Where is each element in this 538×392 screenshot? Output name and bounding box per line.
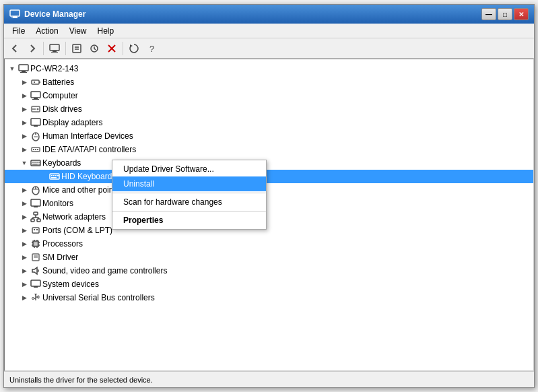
title-bar-buttons: — □ ✕ [481,8,529,20]
usb-toggle[interactable]: ▶ [20,293,29,302]
tree-item-batteries[interactable]: ▶ Batteries [5,75,533,89]
svg-rect-38 [34,162,36,163]
hid-label: Human Interface Devices [42,131,133,141]
tree-item-disk-drives[interactable]: ▶ Disk drives [5,102,533,116]
close-button[interactable]: ✕ [514,8,529,20]
svg-rect-45 [53,175,55,176]
svg-rect-3 [50,44,59,51]
svg-rect-55 [31,219,34,222]
tree-item-mice[interactable]: ▶ Mice and other pointing devices [5,183,533,197]
context-menu-uninstall[interactable]: Uninstall [112,176,266,191]
usb-label: Universal Serial Bus controllers [42,293,155,302]
title-bar-icon [9,9,20,20]
toolbar-help-button[interactable]: ? [143,40,160,57]
tree-item-ports[interactable]: ▶ Ports (COM & LPT) [5,224,533,237]
svg-rect-52 [31,199,40,206]
display-label: Display adapters [42,118,102,127]
device-tree[interactable]: ▼ PC-WR2-143 ▶ Batteries ▶ Co [4,59,534,371]
sm-label: SM Driver [42,253,78,262]
context-menu-separator [112,193,266,193]
svg-rect-14 [19,65,28,71]
network-toggle[interactable]: ▶ [20,212,29,222]
computer-toggle[interactable]: ▶ [20,91,29,100]
menu-view[interactable]: View [64,25,92,37]
usb-icon [30,292,41,303]
svg-rect-5 [51,52,58,53]
display-toggle[interactable]: ▶ [20,118,29,127]
tree-item-sm-driver[interactable]: ▶ SM Driver [5,251,533,264]
context-menu-scan-hardware[interactable]: Scan for hardware changes [112,195,266,209]
mice-toggle[interactable]: ▶ [20,185,29,195]
svg-rect-65 [34,242,38,246]
tree-item-display[interactable]: ▶ Display adapters [5,116,533,129]
sm-toggle[interactable]: ▶ [20,253,29,262]
network-label: Network adapters [42,212,106,222]
tree-item-processors[interactable]: ▶ Processors [5,237,533,251]
svg-rect-2 [11,18,18,18]
svg-rect-36 [31,160,40,166]
minimize-button[interactable]: — [481,8,496,20]
tree-item-sound[interactable]: ▶ Sound, video and game controllers [5,264,533,277]
context-menu-update-driver[interactable]: Update Driver Software... [112,162,266,176]
ports-icon [30,225,41,236]
processors-toggle[interactable]: ▶ [20,239,29,249]
tree-item-network[interactable]: ▶ Network adapters [5,210,533,224]
sound-toggle[interactable]: ▶ [20,266,29,275]
hid-toggle[interactable]: ▶ [20,131,29,141]
tree-item-keyboards[interactable]: ▼ Keyboards [5,156,533,170]
monitors-label: Monitors [42,199,73,208]
batteries-icon [30,77,41,88]
ports-toggle[interactable]: ▶ [20,226,29,235]
tree-item-system[interactable]: ▶ System devices [5,277,533,291]
svg-rect-42 [38,164,40,165]
toolbar-update-button[interactable] [86,40,102,57]
network-icon [30,211,41,222]
toolbar-uninstall-button[interactable] [104,40,120,57]
toolbar-back-button[interactable] [7,40,23,57]
context-menu-properties[interactable]: Properties [112,213,266,228]
menu-action[interactable]: Action [30,25,63,37]
context-menu: Update Driver Software... Uninstall Scan… [112,160,267,230]
svg-rect-56 [37,219,40,222]
disk-label: Disk drives [42,104,82,114]
svg-rect-15 [22,71,26,72]
toolbar-sep-2 [65,42,66,55]
svg-rect-62 [34,229,35,230]
system-label: System devices [42,280,99,289]
monitors-toggle[interactable]: ▶ [20,199,29,208]
toolbar-scan-button[interactable] [126,40,142,57]
tree-item-monitors[interactable]: ▶ Monitors [5,197,533,210]
system-toggle[interactable]: ▶ [20,280,29,289]
svg-rect-23 [32,99,39,100]
toolbar-properties-button[interactable] [69,40,85,57]
svg-rect-21 [31,92,40,98]
tree-root[interactable]: ▼ PC-WR2-143 [5,62,533,75]
ide-toggle[interactable]: ▶ [20,145,29,154]
ide-label: IDE ATA/ATAPI controllers [42,145,136,154]
svg-rect-43 [50,174,59,179]
svg-rect-28 [34,125,38,127]
context-menu-separator-2 [112,211,266,211]
svg-rect-53 [34,206,38,207]
maximize-button[interactable]: □ [498,8,512,20]
disk-toggle[interactable]: ▶ [20,104,29,114]
toolbar-computer-button[interactable] [46,40,63,57]
keyboards-toggle[interactable]: ▼ [20,158,29,168]
tree-item-hid[interactable]: ▶ Human Interface Devices [5,129,533,143]
hid-icon [30,131,41,141]
svg-text:?: ? [149,44,154,54]
toolbar-sep-1 [43,42,44,55]
menu-help[interactable]: Help [92,25,120,37]
tree-item-hid-keyboard[interactable]: HID Keyboard Device [5,170,533,183]
tree-item-computer[interactable]: ▶ Computer [5,89,533,102]
tree-item-ide[interactable]: ▶ IDE ATA/ATAPI controllers [5,143,533,156]
tree-item-usb[interactable]: ▶ Universal Serial Bus controllers [5,291,533,304]
batteries-toggle[interactable]: ▶ [20,77,29,87]
toolbar-forward-button[interactable] [24,40,40,57]
menu-file[interactable]: File [7,25,30,37]
status-bar-text: Uninstalls the driver for the selected d… [9,376,153,384]
svg-rect-6 [73,44,81,53]
svg-rect-35 [37,149,38,150]
svg-marker-80 [34,294,37,296]
root-toggle[interactable]: ▼ [7,64,17,73]
